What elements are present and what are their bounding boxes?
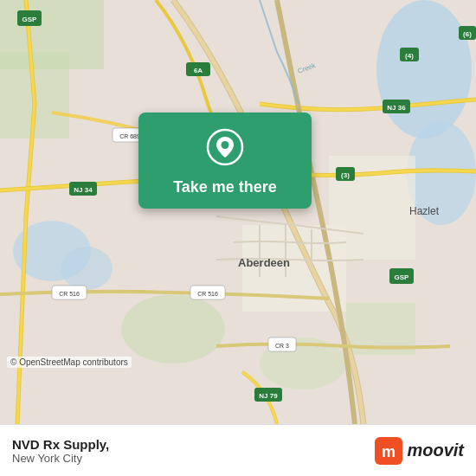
svg-text:(3): (3) [341,171,350,179]
moovit-app-icon: m [375,437,402,465]
bottom-bar: NVD Rx Supply, New York City m moovit [0,424,476,476]
svg-text:m: m [382,443,396,460]
svg-text:CR 689: CR 689 [119,133,140,139]
svg-point-7 [121,294,225,363]
svg-text:Hazlet: Hazlet [409,205,440,217]
svg-point-1 [376,0,472,138]
svg-text:CR 3: CR 3 [275,343,289,349]
svg-text:NJ 36: NJ 36 [387,104,406,112]
moovit-logo: m moovit [375,437,464,465]
take-me-there-card[interactable]: Take me there [138,113,312,209]
pin-icon-container [206,128,244,170]
svg-text:GSP: GSP [23,16,38,23]
svg-text:(4): (4) [405,52,414,60]
svg-point-4 [61,247,113,290]
svg-text:NJ 79: NJ 79 [259,392,278,400]
location-name: NVD Rx Supply, [12,437,109,452]
location-city: New York City [12,452,109,465]
svg-point-42 [222,141,229,149]
svg-text:CR 516: CR 516 [197,291,218,297]
location-info: NVD Rx Supply, New York City [12,437,109,465]
svg-text:CR 516: CR 516 [59,291,80,297]
svg-text:6A: 6A [194,67,203,74]
svg-text:NJ 34: NJ 34 [74,186,93,194]
copyright-notice: © OpenStreetMap contributors [7,357,132,368]
svg-text:Aberdeen: Aberdeen [238,256,290,269]
take-me-there-button-label: Take me there [173,178,277,196]
location-pin-icon [206,128,244,166]
moovit-brand-text: moovit [407,441,464,460]
svg-text:(6): (6) [463,30,472,38]
map-container: GSP CR 689 6A NJ 34 NJ 36 (3) (4) (6) CR… [0,0,476,424]
svg-text:GSP: GSP [395,273,410,281]
